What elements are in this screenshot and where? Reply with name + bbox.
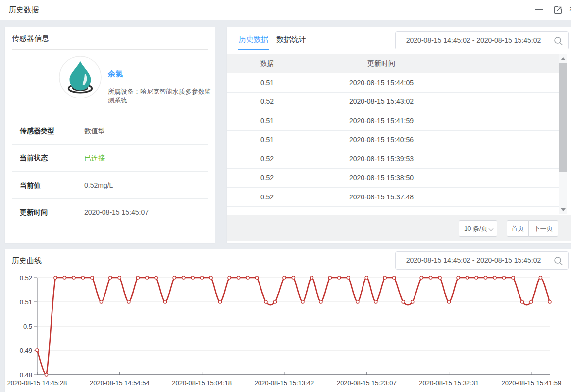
chevron-down-icon — [489, 226, 494, 231]
page-size-select[interactable]: 10 条/页 — [459, 220, 497, 237]
cell-data: 0.51 — [227, 131, 308, 149]
svg-text:2020-08-15 15:32:31: 2020-08-15 15:32:31 — [419, 379, 479, 387]
curve-panel-title: 历史曲线 — [12, 256, 42, 266]
window-title: 历史数据 — [9, 5, 39, 15]
svg-text:2020-08-15 14:54:54: 2020-08-15 14:54:54 — [90, 379, 150, 387]
svg-text:2020-08-15 15:41:59: 2020-08-15 15:41:59 — [502, 379, 562, 387]
sensor-detail-row: 传感器类型数值型 — [12, 117, 208, 145]
cell-update-time: 2020-08-15 15:41:59 — [308, 111, 455, 130]
scroll-down-icon[interactable] — [561, 208, 566, 211]
history-data-panel: 历史数据 数据统计 2020-08-15 14:45:02 - 2020-08-… — [227, 27, 571, 243]
detail-label: 传感器类型 — [20, 127, 54, 136]
column-header-data: 数据 — [227, 54, 308, 73]
table-row: 0.522020-08-15 15:37:48 — [227, 188, 559, 207]
sensor-detail-row: 当前值0.52mg/L — [12, 172, 208, 199]
cell-update-time: 2020-08-15 15:40:56 — [308, 131, 455, 149]
tab-data-statistics[interactable]: 数据统计 — [276, 35, 306, 50]
detail-value: 数值型 — [84, 127, 105, 136]
cell-data: 0.52 — [227, 169, 308, 188]
sensor-device: 所属设备：哈尼克智能水质多参数监测系统 — [108, 87, 215, 105]
water-drop-icon — [58, 55, 102, 99]
history-table: 数据 更新时间 0.512020-08-15 15:44:050.522020-… — [227, 54, 559, 214]
cell-update-time: 2020-08-15 15:38:50 — [308, 169, 455, 188]
window-titlebar: 历史数据 ✕ — [0, 0, 571, 20]
search-icon[interactable] — [554, 256, 563, 266]
sensor-info-panel: 传感器信息 余氯 所属设备：哈尼克智能水质多参数监测系统 传感器类型数值型当前状… — [5, 27, 215, 243]
table-row — [227, 207, 559, 215]
first-page-button[interactable]: 首页 — [507, 220, 529, 237]
sensor-detail-list: 传感器类型数值型当前状态已连接当前值0.52mg/L更新时间2020-08-15… — [5, 117, 215, 226]
table-row: 0.522020-08-15 15:39:53 — [227, 149, 559, 169]
svg-text:2020-08-15 15:13:42: 2020-08-15 15:13:42 — [255, 379, 314, 387]
page-size-value: 10 条/页 — [464, 225, 488, 232]
sensor-name[interactable]: 余氯 — [108, 69, 123, 79]
cell-update-time: 2020-08-15 15:43:02 — [308, 93, 455, 111]
table-row: 0.512020-08-15 15:41:59 — [227, 111, 559, 131]
pagination-bar: 10 条/页 首页 下一页 — [227, 215, 571, 241]
detail-label: 当前状态 — [20, 154, 48, 163]
sensor-detail-row: 当前状态已连接 — [12, 145, 208, 172]
svg-text:2020-08-15 14:45:28: 2020-08-15 14:45:28 — [7, 379, 67, 387]
detail-label: 更新时间 — [20, 208, 48, 217]
next-page-button[interactable]: 下一页 — [528, 220, 558, 237]
search-icon[interactable] — [554, 36, 563, 46]
date-range-picker[interactable]: 2020-08-15 14:45:02 - 2020-08-15 15:45:0… — [395, 31, 569, 49]
svg-text:0.48: 0.48 — [20, 371, 32, 379]
cell-update-time: 2020-08-15 15:44:05 — [308, 73, 455, 92]
cell-update-time: 2020-08-15 15:37:48 — [308, 188, 455, 206]
sensor-detail-row: 更新时间2020-08-15 15:45:07 — [12, 199, 208, 226]
detail-value: 2020-08-15 15:45:07 — [84, 208, 149, 216]
table-body: 0.512020-08-15 15:44:050.522020-08-15 15… — [227, 73, 559, 214]
scrollbar-thumb[interactable] — [559, 63, 567, 172]
cell-update-time — [308, 207, 455, 215]
cell-data: 0.52 — [227, 188, 308, 206]
cell-data: 0.52 — [227, 93, 308, 111]
detail-value: 0.52mg/L — [84, 181, 113, 189]
cell-update-time: 2020-08-15 15:39:53 — [308, 149, 455, 168]
tab-history-data[interactable]: 历史数据 — [238, 35, 269, 50]
svg-text:0.51: 0.51 — [20, 298, 32, 306]
curve-date-range-value: 2020-08-15 14:45:02 - 2020-08-15 15:45:0… — [396, 256, 551, 264]
divider — [12, 49, 208, 50]
table-row: 0.522020-08-15 15:38:50 — [227, 169, 559, 188]
date-range-value: 2020-08-15 14:45:02 - 2020-08-15 15:45:0… — [396, 36, 551, 44]
cell-data: 0.51 — [227, 73, 308, 92]
table-row: 0.512020-08-15 15:44:05 — [227, 73, 559, 93]
cell-data: 0.52 — [227, 149, 308, 168]
close-icon[interactable]: ✕ — [569, 5, 571, 15]
column-header-update-time: 更新时间 — [308, 54, 455, 73]
svg-text:0.49: 0.49 — [20, 347, 32, 354]
cell-data: 0.51 — [227, 111, 308, 130]
history-line-chart: 0.480.490.50.510.522020-08-15 14:45:2820… — [0, 267, 571, 392]
table-row: 0.512020-08-15 15:40:56 — [227, 131, 559, 150]
scroll-up-icon[interactable] — [561, 57, 566, 60]
detail-value: 已连接 — [84, 154, 105, 163]
sensor-panel-title: 传感器信息 — [12, 34, 49, 43]
svg-text:0.5: 0.5 — [23, 323, 32, 330]
device-label: 所属设备： — [108, 88, 140, 95]
svg-text:0.52: 0.52 — [20, 274, 32, 282]
svg-text:2020-08-15 15:04:18: 2020-08-15 15:04:18 — [172, 379, 232, 387]
detail-label: 当前值 — [20, 181, 41, 190]
history-curve-panel: 历史曲线 2020-08-15 14:45:02 - 2020-08-15 15… — [5, 249, 571, 392]
table-row: 0.522020-08-15 15:43:02 — [227, 93, 559, 112]
minimize-icon[interactable] — [535, 9, 543, 10]
svg-text:2020-08-15 15:23:07: 2020-08-15 15:23:07 — [337, 379, 397, 387]
table-scrollbar[interactable] — [559, 54, 567, 214]
cell-data — [227, 207, 308, 215]
maximize-icon[interactable] — [553, 5, 563, 15]
table-header-row: 数据 更新时间 — [227, 54, 559, 73]
